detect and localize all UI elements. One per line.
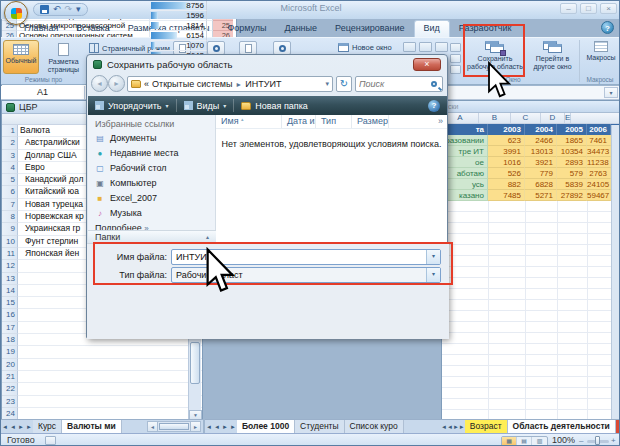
name-box[interactable]: A1 xyxy=(1,86,85,99)
zoom-out-icon[interactable]: – xyxy=(579,437,583,445)
next-sheet-icon[interactable]: ► xyxy=(221,420,229,433)
row-header[interactable]: 5 xyxy=(2,174,18,186)
cell[interactable]: 1865 xyxy=(557,135,587,146)
sheet-tab[interactable]: Валюты ми xyxy=(62,420,122,433)
row-header[interactable]: 22 xyxy=(2,383,18,395)
cell[interactable]: 27892 xyxy=(557,190,587,201)
row-header[interactable]: 9 xyxy=(2,223,18,235)
breadcrumb[interactable]: « Открытые системы ► ИНТУИТ ▾ xyxy=(127,76,333,92)
cell[interactable] xyxy=(18,359,202,371)
column-header[interactable]: C xyxy=(511,113,541,123)
cell[interactable]: та xyxy=(442,124,488,135)
next-sheet-icon[interactable]: ► xyxy=(17,420,25,433)
view-page-break-icon[interactable]: ▥ xyxy=(532,437,547,446)
row-header[interactable]: 11 xyxy=(2,248,18,260)
organize-button[interactable]: Упорядочить xyxy=(108,101,162,111)
row-header[interactable]: 20 xyxy=(2,359,18,371)
cell[interactable] xyxy=(18,346,202,358)
sheet-tab[interactable]: Более 1000 xyxy=(237,420,295,433)
last-sheet-icon[interactable]: ► xyxy=(25,420,33,433)
cell[interactable]: усь xyxy=(442,179,488,190)
list-column-header[interactable]: Размер xyxy=(352,115,389,128)
refresh-icon[interactable]: ↻ xyxy=(336,76,352,92)
sidebar-item[interactable]: ▢ Рабочий стол xyxy=(88,159,215,174)
sidebar-item[interactable]: ■ Excel_2007 xyxy=(88,189,215,204)
cell[interactable]: 526 xyxy=(488,168,525,179)
cell[interactable]: 6828 xyxy=(525,179,557,190)
restore-button[interactable]: □ xyxy=(580,3,597,14)
cell[interactable]: 7485 xyxy=(488,190,525,201)
breadcrumb-item-root[interactable]: Открытые системы xyxy=(152,79,232,89)
more-columns-icon[interactable]: » xyxy=(438,116,443,126)
cell[interactable]: 59467 xyxy=(587,190,611,201)
cell[interactable]: 24105 xyxy=(587,179,611,190)
ribbon-tab[interactable]: Вставка xyxy=(67,20,118,37)
scrollbar-thumb[interactable] xyxy=(190,342,200,384)
row-header[interactable]: 12 xyxy=(2,260,18,272)
dialog-help-icon[interactable]: ? xyxy=(428,100,440,112)
new-folder-button[interactable]: Новая папка xyxy=(255,101,307,111)
cell[interactable]: 3921 xyxy=(525,157,557,168)
redo-icon[interactable]: ↷ xyxy=(65,5,73,14)
sidebar-item[interactable]: ● Недавние места xyxy=(88,144,215,159)
split-icon[interactable] xyxy=(435,42,448,52)
cell[interactable]: 2006 xyxy=(587,124,611,135)
cell[interactable]: 623 xyxy=(488,135,525,146)
column-header[interactable]: E xyxy=(565,113,571,123)
cell[interactable]: 2005 xyxy=(557,124,587,135)
search-icon[interactable] xyxy=(431,81,437,87)
close-button[interactable]: × xyxy=(600,3,617,14)
cell[interactable]: 5271 xyxy=(525,190,557,201)
zoom-slider-thumb[interactable] xyxy=(595,436,600,445)
sidebar-item[interactable]: ▣ Компьютер xyxy=(88,174,215,189)
cell[interactable]: 7461 xyxy=(587,135,611,146)
row-header[interactable]: 2 xyxy=(2,137,18,149)
cell[interactable]: 2893 xyxy=(557,157,587,168)
cell[interactable]: 11238 xyxy=(587,157,611,168)
first-sheet-icon[interactable]: ◄ xyxy=(205,420,213,433)
row-header[interactable]: 6 xyxy=(2,186,18,198)
cell[interactable]: 8756 xyxy=(150,1,207,11)
cell[interactable]: 6154 xyxy=(150,31,207,41)
arrange-all-icon[interactable] xyxy=(403,42,416,52)
vertical-scrollbar[interactable] xyxy=(611,125,619,420)
qat-customize-icon[interactable]: ▾ xyxy=(76,5,81,14)
row-header[interactable]: 7 xyxy=(2,199,18,211)
cell[interactable] xyxy=(18,371,202,383)
cell[interactable]: 779 xyxy=(525,168,557,179)
help-icon[interactable]: ? xyxy=(601,21,614,34)
cell[interactable]: 882 xyxy=(488,179,525,190)
zoom-to-selection-icon[interactable] xyxy=(273,41,291,55)
back-icon[interactable]: ◄ xyxy=(91,75,108,92)
cell[interactable]: 1814 xyxy=(150,21,207,31)
row-header[interactable]: 4 xyxy=(2,162,18,174)
sheet-tab[interactable]: Об xyxy=(616,420,620,433)
cell[interactable]: тре ИТ xyxy=(442,146,488,157)
zoom-icon[interactable] xyxy=(207,41,225,55)
cell[interactable]: 2003 xyxy=(488,124,525,135)
ribbon-tab[interactable]: Формулы xyxy=(218,20,275,37)
office-button[interactable] xyxy=(4,1,28,25)
row-header[interactable]: 3 xyxy=(2,150,18,162)
row-header[interactable]: 15 xyxy=(2,297,18,309)
save-icon[interactable] xyxy=(40,5,49,14)
row-header[interactable]: 17 xyxy=(2,322,18,334)
row-header[interactable]: 21 xyxy=(2,371,18,383)
organize-dropdown-icon[interactable]: ▾ xyxy=(166,102,169,109)
empty-grid[interactable] xyxy=(442,201,620,420)
scroll-right-icon[interactable]: ► xyxy=(190,422,200,431)
row-header[interactable]: 19 xyxy=(2,346,18,358)
cell[interactable]: 2763 xyxy=(587,168,611,179)
cell[interactable]: 579 xyxy=(557,168,587,179)
formula-bar-expand-icon[interactable]: ▾ xyxy=(604,87,618,98)
scroll-left-icon[interactable]: ◄ xyxy=(148,422,158,431)
list-column-header[interactable]: Тип xyxy=(316,115,352,128)
dialog-titlebar[interactable]: Сохранить рабочую область × xyxy=(87,55,447,73)
cell[interactable]: ое xyxy=(442,157,488,168)
minimize-button[interactable]: – xyxy=(560,3,577,14)
column-header[interactable]: D xyxy=(541,113,565,123)
sheet-tab[interactable]: Область деятельности xyxy=(508,420,616,433)
views-dropdown-icon[interactable]: ▾ xyxy=(223,102,226,109)
cell[interactable]: 1016 xyxy=(488,157,525,168)
horizontal-scrollbar[interactable]: ◄ ► xyxy=(147,421,201,432)
